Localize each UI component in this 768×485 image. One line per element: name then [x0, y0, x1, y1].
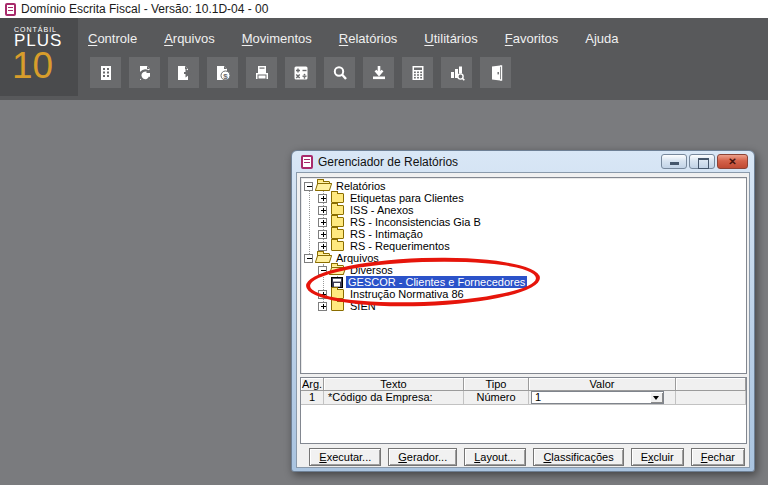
executar-button[interactable]: Executar... — [309, 448, 381, 466]
tree-node-rs-requerimentos[interactable]: RS - Requerimentos — [301, 240, 746, 252]
folder-open-icon — [317, 181, 330, 191]
report-icon — [331, 277, 343, 288]
gerador-button[interactable]: Gerador... — [388, 448, 457, 466]
maximize-button[interactable] — [689, 154, 715, 169]
menu-favoritos[interactable]: Favoritos — [505, 31, 558, 46]
exit-door-icon — [487, 64, 505, 82]
expand-icon[interactable] — [318, 194, 327, 203]
chart-search-icon — [448, 64, 466, 82]
cell-tipo: Número — [464, 391, 529, 405]
window-controls — [661, 154, 748, 169]
fechar-button[interactable]: Fechar — [691, 448, 745, 466]
toolbar-button-calculator[interactable] — [402, 57, 433, 88]
folder-icon — [331, 241, 344, 251]
table-row: 1 *Código da Empresa: Número 1 — [301, 391, 746, 405]
excluir-button[interactable]: Excluir — [631, 448, 684, 466]
folder-icon — [331, 229, 344, 239]
tree-node-rs-intimacao[interactable]: RS - Intimação — [301, 228, 746, 240]
app-title: Domínio Escrita Fiscal - Versão: 10.1D-0… — [21, 2, 268, 16]
folder-open-icon — [331, 265, 344, 275]
column-header-arg: Arg. — [301, 378, 324, 391]
building-icon — [97, 64, 115, 82]
menu-utilitarios[interactable]: Utilitários — [424, 31, 477, 46]
close-button[interactable] — [717, 154, 748, 169]
parameters-header-row: Arg. Texto Tipo Valor — [301, 378, 746, 391]
expand-icon[interactable] — [318, 242, 327, 251]
cell-texto: *Código da Empresa: — [324, 391, 464, 405]
dialog-icon — [301, 155, 313, 169]
document-dollar-icon: $ — [214, 64, 232, 82]
parameters-table: Arg. Texto Tipo Valor 1 *Código da Empre… — [300, 377, 747, 444]
tree-node-gescor[interactable]: GESCOR - Clientes e Fornecedores — [301, 276, 746, 288]
report-tree: Relatórios Etiquetas para Clientes ISS -… — [300, 177, 747, 374]
menu-arquivos[interactable]: Arquivos — [164, 31, 215, 46]
folder-icon — [331, 217, 344, 227]
toolbar-button-document-values[interactable]: $ — [207, 57, 238, 88]
expand-icon[interactable] — [318, 206, 327, 215]
tree-node-iss-anexos[interactable]: ISS - Anexos — [301, 204, 746, 216]
brand-logo: CONTÁBIL PLUS 10 — [0, 18, 78, 96]
expand-icon[interactable] — [318, 290, 327, 299]
toolbar-button-import[interactable] — [363, 57, 394, 88]
document-arrow-icon — [175, 64, 193, 82]
search-icon — [331, 64, 349, 82]
toolbar-button-exit[interactable] — [480, 57, 511, 88]
folder-icon — [331, 301, 344, 311]
cell-filler — [676, 391, 746, 405]
menu-movimentos[interactable]: Movimentos — [242, 31, 312, 46]
tree-node-instrucao-normativa[interactable]: Instrução Normativa 86 — [301, 288, 746, 300]
folder-open-icon — [317, 253, 330, 263]
toolbar-button-calc-operations[interactable] — [285, 57, 316, 88]
brand-logo-number: 10 — [12, 49, 78, 83]
toolbar-button-search[interactable] — [324, 57, 355, 88]
combobox-value[interactable]: 1 — [532, 392, 650, 403]
toolbar-button-document-sync[interactable] — [129, 57, 160, 88]
menu-controle[interactable]: Controle — [88, 31, 137, 46]
chevron-down-icon[interactable] — [650, 392, 663, 403]
report-manager-dialog: Gerenciador de Relatórios Relatórios Eti… — [291, 150, 755, 472]
calculator-ops-icon — [292, 64, 310, 82]
tree-node-relatorios[interactable]: Relatórios — [301, 180, 746, 192]
tree-node-arquivos[interactable]: Arquivos — [301, 252, 746, 264]
toolbar-buttons: $ — [90, 57, 511, 88]
tree-node-etiquetas[interactable]: Etiquetas para Clientes — [301, 192, 746, 204]
toolbar-button-document-forward[interactable] — [168, 57, 199, 88]
collapse-icon[interactable] — [318, 266, 327, 275]
menu-relatorios[interactable]: Relatórios — [339, 31, 398, 46]
expand-icon[interactable] — [318, 302, 327, 311]
toolbar: CONTÁBIL PLUS 10 Controle Arquivos Movim… — [0, 18, 768, 100]
tree-node-rs-inconsistencias[interactable]: RS - Inconsistencias Gia B — [301, 216, 746, 228]
collapse-icon[interactable] — [304, 254, 313, 263]
expand-icon[interactable] — [318, 218, 327, 227]
tree-node-sien[interactable]: SIEN — [301, 300, 746, 312]
cell-valor: 1 — [529, 391, 676, 405]
dialog-title: Gerenciador de Relatórios — [318, 155, 458, 169]
calculator-icon — [409, 64, 427, 82]
svg-text:$: $ — [223, 71, 228, 80]
classificacoes-button[interactable]: Classificações — [533, 448, 623, 466]
layout-button[interactable]: Layout... — [464, 448, 526, 466]
column-header-valor: Valor — [529, 378, 676, 391]
app-icon — [5, 3, 16, 16]
document-sync-icon — [136, 64, 154, 82]
folder-icon — [331, 205, 344, 215]
toolbar-button-print[interactable] — [246, 57, 277, 88]
column-header-texto: Texto — [324, 378, 464, 391]
dialog-titlebar[interactable]: Gerenciador de Relatórios — [296, 151, 750, 172]
expand-icon[interactable] — [318, 230, 327, 239]
column-header-filler — [676, 378, 746, 391]
toolbar-button-chart-query[interactable] — [441, 57, 472, 88]
toolbar-button-company[interactable] — [90, 57, 121, 88]
folder-icon — [331, 193, 344, 203]
menu-ajuda[interactable]: Ajuda — [585, 31, 618, 46]
cell-arg: 1 — [301, 391, 324, 405]
tree-node-diversos[interactable]: Diversos — [301, 264, 746, 276]
column-header-tipo: Tipo — [464, 378, 529, 391]
app-titlebar: Domínio Escrita Fiscal - Versão: 10.1D-0… — [0, 0, 768, 18]
printer-icon — [253, 64, 271, 82]
import-icon — [370, 64, 388, 82]
valor-combobox[interactable]: 1 — [531, 391, 664, 404]
minimize-button[interactable] — [661, 154, 687, 169]
collapse-icon[interactable] — [304, 182, 313, 191]
folder-icon — [331, 289, 344, 299]
